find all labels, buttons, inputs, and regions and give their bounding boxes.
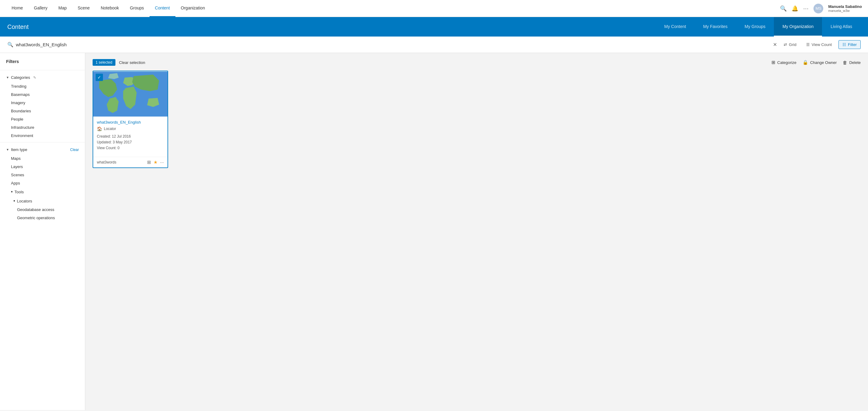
- search-bar-icon: 🔍: [7, 42, 13, 48]
- categorize-icon: ⊞: [771, 60, 775, 65]
- view-count-label: View Count: [812, 42, 832, 47]
- category-item-people[interactable]: People: [0, 115, 85, 123]
- change-owner-label: Change Owner: [810, 60, 837, 65]
- content-header: Content My ContentMy FavoritesMy GroupsM…: [0, 17, 868, 36]
- locator-icon: 🏠: [97, 126, 102, 131]
- content-tab-my-groups[interactable]: My Groups: [736, 17, 774, 36]
- item-type-label: Item type: [11, 147, 27, 152]
- item-type-maps[interactable]: Maps: [0, 154, 85, 163]
- category-item-trending[interactable]: Trending: [0, 82, 85, 90]
- card-type-row: 🏠 Locator: [97, 126, 164, 131]
- grid-view-icon: ⇄: [784, 42, 787, 47]
- card-favorite-icon[interactable]: ★: [154, 160, 157, 165]
- filter-button[interactable]: ☷ Filter: [838, 40, 861, 49]
- card-item: ✓what3words_EN_English 🏠 Locator Created…: [93, 71, 168, 168]
- category-item-imagery[interactable]: Imagery: [0, 99, 85, 107]
- change-owner-icon: 🔒: [803, 60, 808, 65]
- top-nav-right: 🔍 🔔 ⋯ MS Manuela Sabatino manuela_w3w: [780, 4, 862, 13]
- category-item-environment[interactable]: Environment: [0, 131, 85, 140]
- list-view-icon: ☰: [806, 42, 810, 47]
- category-item-boundaries[interactable]: Boundaries: [0, 107, 85, 115]
- item-type-scenes[interactable]: Scenes: [0, 171, 85, 179]
- category-item-basemaps[interactable]: Basemaps: [0, 90, 85, 99]
- content-title: Content: [7, 24, 29, 30]
- apps-grid-icon[interactable]: ⋯: [803, 5, 809, 12]
- action-bar: ⊞Categorize🔒Change Owner🗑Delete: [771, 60, 861, 65]
- card-tag: what3words: [97, 160, 145, 164]
- top-nav-links: HomeGalleryMapSceneNotebookGroupsContent…: [6, 0, 780, 17]
- categorize-button[interactable]: ⊞Categorize: [771, 60, 797, 65]
- clear-selection-link[interactable]: Clear selection: [119, 60, 145, 65]
- top-nav-link-map[interactable]: Map: [53, 0, 72, 17]
- clear-search-button[interactable]: ✕: [773, 42, 777, 48]
- card-footer: what3words ⊞ ★ ···: [93, 157, 167, 167]
- item-type-layers[interactable]: Layers: [0, 163, 85, 171]
- item-type-tools[interactable]: •Tools: [0, 187, 85, 196]
- user-info: Manuela Sabatino manuela_w3w: [828, 4, 862, 12]
- top-nav: HomeGalleryMapSceneNotebookGroupsContent…: [0, 0, 868, 17]
- search-bar-actions: ⇄ Grid ☰ View Count ☷ Filter: [781, 40, 861, 49]
- content-tab-my-content[interactable]: My Content: [656, 17, 695, 36]
- item-type-section: ▼ Item type Clear MapsLayersScenesApps•T…: [0, 145, 85, 222]
- category-item-infrastructure[interactable]: Infrastructure: [0, 123, 85, 131]
- sidebar: Filters ▼ Categories ✎ TrendingBasemapsI…: [0, 53, 85, 410]
- top-nav-link-home[interactable]: Home: [6, 0, 28, 17]
- category-items: TrendingBasemapsImageryBoundariesPeopleI…: [0, 82, 85, 140]
- content-tab-living-atlas[interactable]: Living Atlas: [822, 17, 861, 36]
- grid-view-label: Grid: [789, 42, 797, 47]
- card-grid: ✓what3words_EN_English 🏠 Locator Created…: [93, 71, 861, 168]
- selection-bar: 1 selected Clear selection ⊞Categorize🔒C…: [93, 59, 861, 66]
- item-type-geometric-operations[interactable]: Geometric operations: [0, 214, 85, 222]
- card-checkbox[interactable]: ✓: [96, 74, 103, 81]
- item-type-locators[interactable]: •Locators: [0, 196, 85, 205]
- item-type-header-row: ▼ Item type Clear: [0, 145, 85, 154]
- top-nav-link-groups[interactable]: Groups: [125, 0, 150, 17]
- top-nav-link-organization[interactable]: Organization: [176, 0, 211, 17]
- card-thumbnail: ✓: [93, 71, 167, 117]
- item-type-apps[interactable]: Apps: [0, 179, 85, 187]
- item-type-items: MapsLayersScenesApps•Tools•LocatorsGeoda…: [0, 154, 85, 222]
- grid-view-button[interactable]: ⇄ Grid: [781, 40, 800, 49]
- delete-button[interactable]: 🗑Delete: [843, 60, 861, 65]
- card-share-icon[interactable]: ⊞: [147, 160, 151, 165]
- user-name: Manuela Sabatino: [828, 4, 862, 9]
- avatar[interactable]: MS: [813, 4, 823, 13]
- search-bar-row: 🔍 ✕ ⇄ Grid ☰ View Count ☷ Filter: [0, 36, 868, 53]
- item-type-chevron-icon: ▼: [6, 148, 9, 151]
- chevron-down-icon: ▼: [6, 76, 9, 79]
- card-body: what3words_EN_English 🏠 Locator Created:…: [93, 117, 167, 157]
- content-tab-my-favorites[interactable]: My Favorites: [695, 17, 736, 36]
- filter-label: Filter: [848, 42, 857, 47]
- top-nav-link-content[interactable]: Content: [150, 0, 176, 17]
- content-tab-my-organization[interactable]: My Organization: [774, 17, 822, 36]
- card-type-text: Locator: [104, 127, 116, 131]
- view-count-button[interactable]: ☰ View Count: [803, 40, 835, 49]
- delete-icon: 🗑: [843, 60, 847, 65]
- checkmark-icon: ✓: [97, 75, 101, 80]
- change-owner-button[interactable]: 🔒Change Owner: [803, 60, 837, 65]
- search-bar-inner: 🔍 ✕: [7, 42, 777, 48]
- edit-icon[interactable]: ✎: [33, 75, 36, 80]
- item-type-geodatabase-access[interactable]: Geodatabase access: [0, 205, 85, 214]
- card-more-icon[interactable]: ···: [160, 160, 164, 165]
- search-icon[interactable]: 🔍: [780, 5, 787, 12]
- categories-section: ▼ Categories ✎ TrendingBasemapsImageryBo…: [0, 73, 85, 140]
- content-tabs: My ContentMy FavoritesMy GroupsMy Organi…: [656, 17, 861, 36]
- item-type-clear-link[interactable]: Clear: [70, 148, 79, 152]
- top-nav-link-gallery[interactable]: Gallery: [28, 0, 53, 17]
- item-type-title-inner[interactable]: ▼ Item type: [6, 147, 27, 152]
- top-nav-link-notebook[interactable]: Notebook: [95, 0, 125, 17]
- card-meta: Created: 12 Jul 2016Updated: 3 May 2017V…: [97, 134, 164, 151]
- categorize-label: Categorize: [777, 60, 797, 65]
- content-area: 1 selected Clear selection ⊞Categorize🔒C…: [85, 53, 868, 410]
- top-nav-link-scene[interactable]: Scene: [72, 0, 95, 17]
- search-input[interactable]: [16, 42, 771, 47]
- main-area: Filters ▼ Categories ✎ TrendingBasemapsI…: [0, 53, 868, 410]
- filters-title: Filters: [0, 59, 85, 68]
- categories-header[interactable]: ▼ Categories ✎: [0, 73, 85, 82]
- categories-label: Categories: [11, 75, 30, 80]
- selected-badge: 1 selected: [93, 59, 116, 66]
- card-title[interactable]: what3words_EN_English: [97, 120, 164, 125]
- bell-icon[interactable]: 🔔: [792, 5, 798, 12]
- delete-label: Delete: [849, 60, 861, 65]
